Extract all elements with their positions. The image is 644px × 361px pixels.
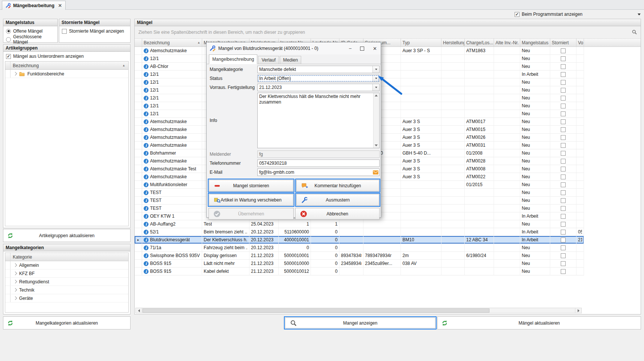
email-field[interactable]: fg@lis-gmbh.com bbox=[257, 168, 380, 176]
checkbox-unterordner[interactable]: Mängel aus Unterordnern anzeigen bbox=[6, 53, 128, 59]
info-icon[interactable]: i bbox=[144, 261, 149, 266]
storniert-checkbox[interactable] bbox=[561, 222, 566, 227]
info-icon[interactable]: i bbox=[144, 48, 149, 53]
maximize-icon[interactable] bbox=[360, 47, 364, 51]
storniert-checkbox[interactable] bbox=[561, 88, 566, 93]
maengel-aktualisieren-button[interactable]: Mängel aktualisieren bbox=[437, 316, 641, 329]
info-icon[interactable]: i bbox=[144, 119, 149, 124]
dropdown-arrow-icon[interactable] bbox=[372, 75, 379, 82]
uebernehmen-button[interactable]: Übernehmen bbox=[209, 208, 294, 220]
group-by-bar[interactable]: Ziehen Sie eine Spaltenüberschrift in di… bbox=[135, 26, 641, 39]
checkbox-icon[interactable] bbox=[62, 29, 67, 34]
info-icon[interactable]: i bbox=[144, 56, 149, 61]
column-header[interactable]: Mangelstatus bbox=[520, 39, 550, 47]
storniert-checkbox[interactable] bbox=[561, 151, 566, 156]
ausmustern-button[interactable]: Ausmustern bbox=[296, 194, 379, 206]
tree-column-header[interactable]: Bezeichnung ▲ bbox=[5, 62, 128, 70]
tree-column-header[interactable]: Kategorie bbox=[5, 253, 128, 261]
info-icon[interactable]: i bbox=[144, 198, 149, 203]
mangelkategorie-select[interactable]: Manschette defekt bbox=[257, 66, 380, 73]
vertical-scrollbar[interactable] bbox=[373, 93, 379, 148]
storniert-checkbox[interactable] bbox=[561, 174, 566, 179]
email-icon[interactable] bbox=[373, 170, 378, 174]
mangel-stornieren-button[interactable]: Mangel stornieren bbox=[209, 180, 293, 191]
storniert-checkbox[interactable] bbox=[561, 119, 566, 124]
storniert-checkbox[interactable] bbox=[561, 269, 566, 274]
tab-verlauf[interactable]: Verlauf bbox=[258, 56, 279, 64]
storniert-checkbox[interactable] bbox=[561, 80, 566, 85]
scroll-left-button[interactable] bbox=[136, 308, 142, 313]
info-icon[interactable]: i bbox=[144, 238, 149, 242]
info-icon[interactable]: i bbox=[144, 104, 149, 108]
storniert-checkbox[interactable] bbox=[561, 182, 566, 187]
telefonnummer-field[interactable]: 05742930218 bbox=[257, 159, 380, 167]
column-header[interactable]: Typ bbox=[401, 39, 441, 47]
info-icon[interactable]: i bbox=[144, 182, 149, 187]
dropdown-arrow-icon[interactable] bbox=[372, 84, 379, 91]
storniert-checkbox[interactable] bbox=[561, 127, 566, 132]
storniert-checkbox[interactable] bbox=[561, 135, 566, 140]
horizontal-scrollbar[interactable] bbox=[135, 308, 582, 313]
info-textarea[interactable]: Der Klettverschluss hält die Manschette … bbox=[257, 93, 380, 148]
info-icon[interactable]: i bbox=[144, 88, 149, 93]
radio-icon[interactable] bbox=[6, 29, 11, 34]
mangel-anzeigen-button[interactable]: Mangel anzeigen bbox=[285, 317, 435, 328]
info-icon[interactable]: i bbox=[144, 96, 149, 101]
storniert-checkbox[interactable] bbox=[561, 206, 566, 211]
tab-mangelbeschreibung[interactable]: Mangelbeschreibung bbox=[209, 54, 257, 64]
storniert-checkbox[interactable] bbox=[561, 190, 566, 195]
info-icon[interactable]: i bbox=[144, 214, 149, 219]
info-icon[interactable]: i bbox=[144, 127, 149, 132]
storniert-checkbox[interactable] bbox=[561, 159, 566, 164]
tree-item[interactable]: Technik bbox=[5, 286, 128, 294]
artikelgruppen-refresh-button[interactable]: Artikelgruppen aktualisieren bbox=[3, 229, 131, 242]
storniert-checkbox[interactable] bbox=[561, 198, 566, 203]
info-icon[interactable]: i bbox=[144, 151, 149, 156]
storniert-checkbox[interactable] bbox=[561, 96, 566, 101]
tab-maengelbearbeitung[interactable]: Mängelbearbeitung ✕ bbox=[2, 1, 66, 10]
chevron-right-icon[interactable] bbox=[14, 72, 17, 76]
storniert-checkbox[interactable] bbox=[561, 48, 566, 53]
info-icon[interactable]: i bbox=[144, 80, 149, 85]
table-row[interactable]: iSwissphone BOSS 935VDisplay gerissen21.… bbox=[135, 252, 584, 260]
column-header[interactable]: Herstellung... bbox=[441, 39, 465, 47]
radio-icon[interactable] bbox=[6, 37, 11, 42]
chevron-right-icon[interactable] bbox=[14, 272, 17, 275]
artikel-in-wartung-button[interactable]: Artikel in Wartung verschieben bbox=[209, 194, 293, 206]
info-icon[interactable]: i bbox=[144, 269, 149, 274]
info-icon[interactable]: i bbox=[144, 111, 149, 116]
table-row[interactable]: iAB-Auffang2Test25.04.202311Neu bbox=[135, 220, 584, 228]
close-icon[interactable]: ✕ bbox=[373, 46, 377, 51]
info-icon[interactable]: i bbox=[144, 135, 149, 140]
table-row[interactable]: i52/1Beim bremsen zieht ...20.12.2023511… bbox=[135, 228, 584, 236]
tree-item-funktionsbereiche[interactable]: Funktionsbereiche bbox=[5, 70, 128, 78]
column-header[interactable]: Charge/Los... bbox=[465, 39, 494, 47]
storniert-checkbox[interactable] bbox=[561, 245, 566, 250]
info-icon[interactable]: i bbox=[144, 72, 149, 77]
checkbox-stornierte-anzeigen[interactable]: Stornierte Mängel anzeigen bbox=[62, 28, 128, 34]
scrollbar-thumb[interactable] bbox=[143, 308, 489, 313]
scroll-right-button[interactable] bbox=[575, 308, 581, 313]
info-icon[interactable]: i bbox=[144, 206, 149, 211]
info-icon[interactable]: i bbox=[144, 253, 149, 258]
scrollbar-track[interactable] bbox=[142, 308, 575, 313]
radio-geschlossene-maengel[interactable]: Geschlossene Mängel bbox=[6, 36, 55, 42]
tab-close-icon[interactable]: ✕ bbox=[58, 3, 62, 8]
storniert-checkbox[interactable] bbox=[561, 230, 566, 235]
tab-medien[interactable]: Medien bbox=[280, 56, 301, 64]
info-icon[interactable]: i bbox=[144, 190, 149, 195]
column-header[interactable]: Bezeichnung▲ bbox=[142, 39, 202, 47]
startup-checkbox[interactable] bbox=[515, 12, 519, 17]
column-header[interactable]: Storniert bbox=[550, 39, 576, 47]
info-icon[interactable]: i bbox=[144, 245, 149, 250]
search-icon[interactable] bbox=[632, 29, 637, 36]
table-row[interactable]: i71/1aFahrzeug zieht beim ...20.12.20230… bbox=[135, 244, 584, 252]
fertigstellung-select[interactable]: 21.12.2023 bbox=[257, 84, 380, 91]
storniert-checkbox[interactable] bbox=[561, 238, 566, 242]
column-header[interactable]: Vo bbox=[576, 39, 584, 47]
chevron-down-icon[interactable] bbox=[638, 14, 641, 15]
storniert-checkbox[interactable] bbox=[561, 214, 566, 219]
info-icon[interactable]: i bbox=[144, 230, 149, 235]
storniert-checkbox[interactable] bbox=[561, 56, 566, 61]
storniert-checkbox[interactable] bbox=[561, 111, 566, 116]
